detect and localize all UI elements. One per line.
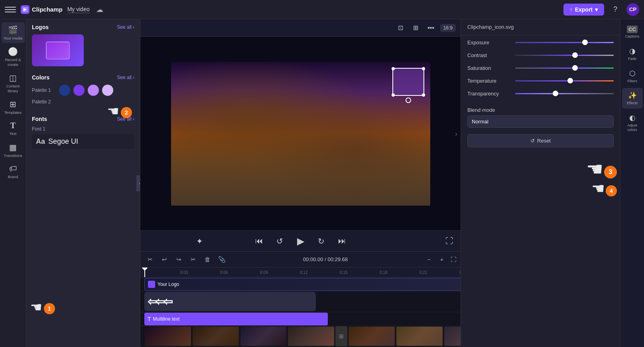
logo-clip-label: Your Logo <box>158 282 179 287</box>
fade-button[interactable]: ◑ Fade <box>622 44 643 64</box>
palette-2-label: Palette 2 <box>32 99 56 105</box>
preview-image-content <box>171 62 430 206</box>
saturation-track <box>515 67 614 69</box>
preview-toolbar: ⊡ ⊞ ••• 16:9 <box>140 19 461 37</box>
resize-handle-br[interactable] <box>422 93 425 97</box>
attach-button[interactable]: 📎 <box>216 254 227 265</box>
transparency-row: Transparency <box>467 89 614 97</box>
playhead-head <box>142 268 148 271</box>
selected-element-overlay[interactable] <box>392 68 424 96</box>
logo-inner <box>46 42 70 59</box>
preview-expand-arrow[interactable]: › <box>455 129 457 138</box>
sidebar-item-transitions[interactable]: ▦ Transitions <box>2 140 25 161</box>
more-options-button[interactable]: ••• <box>425 22 437 34</box>
text-clip[interactable]: T Multiline text <box>144 313 328 325</box>
contrast-thumb[interactable] <box>572 52 578 58</box>
text-clip-icon: T <box>148 316 151 322</box>
effects-button[interactable]: ✨ Effects <box>622 88 643 109</box>
color-swatch-purple[interactable] <box>73 85 85 96</box>
exposure-slider[interactable] <box>515 38 614 46</box>
ruler-tick-4: 0:12 <box>300 270 307 275</box>
avatar[interactable]: CP <box>626 3 639 16</box>
video-thumb-6 <box>396 327 443 346</box>
cut-button[interactable]: ✂ <box>187 254 199 265</box>
colors-header: Colors See all › <box>32 74 134 81</box>
skip-back-button[interactable]: ⏮ <box>252 234 266 248</box>
blend-mode-select[interactable]: Normal Multiply Screen Overlay <box>467 115 614 128</box>
saturation-thumb[interactable] <box>572 65 578 71</box>
rewind-button[interactable]: ↺ <box>273 234 287 248</box>
redo-button[interactable]: ↪ <box>173 254 184 265</box>
font-preview[interactable]: Aa Segoe UI <box>32 134 134 149</box>
temperature-row: Temperature <box>467 77 614 85</box>
right-panel-header: Clipchamp_icon.svg <box>461 19 620 35</box>
resize-handle-tl[interactable] <box>392 67 395 70</box>
logos-see-all[interactable]: See all › <box>117 24 134 30</box>
arrows-clip[interactable]: ⇦⇦⇦ <box>144 292 316 311</box>
play-button[interactable]: ▶ <box>293 234 308 248</box>
adjustments-section: Exposure Contrast Saturation <box>461 35 620 105</box>
skip-forward-button[interactable]: ⏭ <box>335 234 349 248</box>
contrast-slider[interactable] <box>515 51 614 59</box>
saturation-label: Saturation <box>467 65 515 71</box>
transparency-slider[interactable] <box>515 89 614 97</box>
exposure-label: Exposure <box>467 40 515 46</box>
templates-icon: ⊞ <box>10 99 16 109</box>
forward-button[interactable]: ↻ <box>314 234 329 248</box>
hamburger-menu[interactable] <box>5 4 16 15</box>
playhead[interactable] <box>144 268 145 277</box>
sidebar-item-templates[interactable]: ⊞ Templates <box>2 97 25 117</box>
transparency-thumb[interactable] <box>553 91 558 96</box>
fonts-see-all[interactable]: See all › <box>117 116 134 122</box>
contrast-label: Contrast <box>467 52 515 58</box>
resize-handle-bl[interactable] <box>392 93 395 97</box>
sidebar-item-text[interactable]: T Text <box>2 118 25 139</box>
topbar: Clipchamp My video ☁ ↑ Export ▾ ? CP <box>0 0 644 19</box>
selected-logo-inner <box>393 69 423 95</box>
video-clip[interactable]: ⊞ ⊞ <box>144 326 461 346</box>
magic-compose-button[interactable]: ✦ <box>192 234 207 248</box>
crop-button[interactable]: ⊡ <box>395 22 407 34</box>
sidebar-item-record-create[interactable]: ⚪ Record &create <box>2 44 25 69</box>
help-button[interactable]: ? <box>609 3 622 16</box>
reset-icon: ↺ <box>530 138 535 144</box>
sidebar-item-your-media[interactable]: 🎬 Your media <box>2 22 25 43</box>
ruler-tick-2: 0:06 <box>220 270 228 275</box>
delete-button[interactable]: 🗑 <box>202 254 213 265</box>
temperature-thumb[interactable] <box>567 78 573 83</box>
saturation-slider[interactable] <box>515 64 614 72</box>
zoom-in-button[interactable]: + <box>436 254 447 265</box>
logos-section: Logos See all › <box>26 19 140 69</box>
undo-button[interactable]: ↩ <box>159 254 170 265</box>
temperature-slider[interactable] <box>515 77 614 85</box>
timeline-expand-button[interactable]: ⛶ <box>451 256 457 263</box>
reset-button[interactable]: ↺ Reset <box>467 134 614 147</box>
color-swatch-light-purple[interactable] <box>88 85 99 96</box>
scissors-button[interactable]: ✂ <box>144 254 156 265</box>
video-title[interactable]: My video <box>67 6 90 13</box>
sidebar-item-content-library[interactable]: ◫ Contentlibrary <box>2 70 25 96</box>
export-button[interactable]: ↑ Export ▾ <box>563 4 604 16</box>
sidebar-item-brand[interactable]: 🏷 Brand <box>2 161 25 182</box>
playback-controls: ✦ ⏮ ↺ ▶ ↻ ⏭ ⛶ <box>140 230 461 251</box>
color-swatch-lavender[interactable] <box>102 85 113 96</box>
fit-button[interactable]: ⊞ <box>410 22 422 34</box>
adjust-colors-button[interactable]: ◐ Adjustcolors <box>622 110 643 135</box>
color-swatch-blue[interactable] <box>59 85 70 96</box>
app-logo: Clipchamp <box>21 5 63 14</box>
rotate-handle[interactable] <box>406 97 411 103</box>
chevron-right-icon: › <box>133 24 134 30</box>
main-content: 🎬 Your media ⚪ Record &create ◫ Contentl… <box>0 19 644 347</box>
exposure-thumb[interactable] <box>582 40 588 45</box>
chevron-right-icon-fonts: › <box>133 116 134 122</box>
colors-see-all[interactable]: See all › <box>117 75 134 80</box>
filters-button[interactable]: ⬡ Filters <box>622 66 643 87</box>
logo-thumbnail[interactable] <box>32 34 84 66</box>
logo-clip[interactable]: Your Logo <box>144 278 461 291</box>
captions-button[interactable]: CC Captions <box>622 22 643 42</box>
video-thumb-1 <box>145 327 191 346</box>
zoom-out-button[interactable]: − <box>423 254 435 265</box>
fullscreen-button[interactable]: ⛶ <box>442 234 457 248</box>
resize-handle-tr[interactable] <box>422 67 425 70</box>
panel-collapse-button[interactable]: ‹ <box>136 175 140 191</box>
